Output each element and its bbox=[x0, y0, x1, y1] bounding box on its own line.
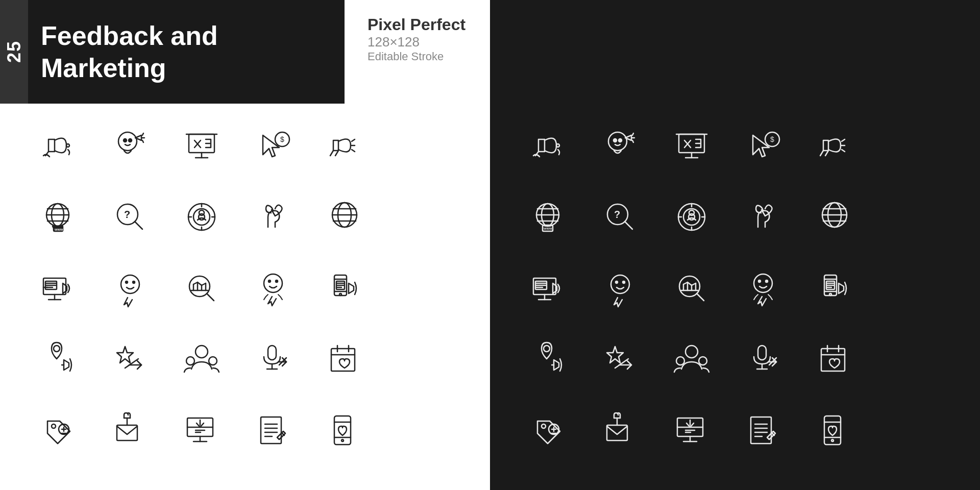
svg-point-41 bbox=[199, 210, 204, 215]
svg-rect-106 bbox=[117, 425, 137, 440]
icon-mobile-heart bbox=[311, 398, 378, 464]
icon-grid-dark: $ www bbox=[516, 112, 868, 464]
side-label-text: 25 bbox=[4, 40, 25, 63]
left-panel: 25 Feedback andMarketing Pixel Perfect 1… bbox=[0, 0, 490, 490]
dark-icon-location-megaphone bbox=[516, 327, 582, 393]
dark-icon-cursor-dollar: $ bbox=[730, 112, 796, 179]
icon-text-edit bbox=[240, 398, 306, 464]
svg-marker-0 bbox=[48, 139, 55, 152]
dark-icon-monitor-megaphone bbox=[516, 255, 582, 322]
icon-calendar-heart bbox=[311, 327, 378, 393]
pixel-size: 128×128 bbox=[368, 34, 465, 50]
svg-line-61 bbox=[207, 293, 214, 301]
svg-point-258 bbox=[831, 439, 834, 442]
svg-point-79 bbox=[54, 346, 60, 352]
dark-icon-cursor-emoji-2 bbox=[730, 255, 796, 322]
dark-icon-globe-grid bbox=[801, 184, 868, 250]
svg-line-150 bbox=[842, 139, 845, 141]
svg-rect-255 bbox=[824, 416, 841, 445]
svg-point-88 bbox=[186, 357, 194, 365]
svg-point-101 bbox=[52, 424, 56, 428]
dark-icon-person-circle-users bbox=[658, 327, 725, 393]
svg-point-69 bbox=[276, 280, 278, 282]
svg-point-164 bbox=[678, 204, 705, 230]
icon-target-person bbox=[168, 184, 235, 250]
svg-marker-18 bbox=[333, 140, 338, 151]
dark-icon-star-growth bbox=[587, 327, 653, 393]
icon-megaphone-leaves bbox=[26, 112, 92, 179]
svg-point-129 bbox=[341, 439, 344, 442]
svg-text:www: www bbox=[543, 227, 552, 230]
svg-point-58 bbox=[126, 281, 128, 283]
svg-marker-80 bbox=[64, 360, 69, 370]
icon-globe-www: www bbox=[26, 184, 92, 250]
dark-icon-megaphone-leaves bbox=[516, 112, 582, 179]
svg-point-208 bbox=[544, 346, 550, 352]
icon-monitor-megaphone bbox=[26, 255, 92, 322]
svg-point-2 bbox=[66, 144, 69, 147]
dark-icon-chart-magnify bbox=[658, 255, 725, 322]
dark-icon-mic-growth bbox=[730, 327, 796, 393]
svg-line-32 bbox=[135, 222, 142, 229]
icon-cursor-emoji-2 bbox=[240, 255, 306, 322]
svg-point-171 bbox=[689, 210, 694, 215]
svg-rect-235 bbox=[607, 425, 627, 440]
dark-icon-presentation-x bbox=[658, 112, 725, 179]
svg-line-153 bbox=[825, 151, 828, 156]
svg-rect-126 bbox=[334, 416, 351, 445]
svg-marker-130 bbox=[538, 139, 545, 152]
icon-cursor-dollar: $ bbox=[240, 112, 306, 179]
dark-icon-head-megaphone bbox=[587, 112, 653, 179]
svg-point-202 bbox=[829, 293, 831, 296]
dark-icon-text-edit bbox=[730, 398, 796, 464]
icon-monitor-download bbox=[168, 398, 235, 464]
svg-point-198 bbox=[766, 280, 768, 282]
icon-megaphone-simple bbox=[311, 112, 378, 179]
svg-rect-249 bbox=[751, 417, 771, 444]
dark-icon-megaphone-simple bbox=[801, 112, 868, 179]
svg-text:www: www bbox=[54, 228, 63, 231]
icon-location-megaphone bbox=[26, 327, 92, 393]
pixel-title: Pixel Perfect bbox=[368, 15, 465, 34]
svg-line-152 bbox=[820, 151, 823, 156]
dark-icon-globe-www: www bbox=[516, 184, 582, 250]
svg-marker-211 bbox=[607, 347, 623, 363]
dark-icon-magnify-question: ? bbox=[587, 184, 653, 250]
svg-point-217 bbox=[676, 357, 684, 365]
dark-icon-tag-chess bbox=[516, 398, 582, 464]
svg-point-133 bbox=[608, 132, 627, 151]
svg-point-57 bbox=[121, 275, 139, 293]
svg-marker-207 bbox=[839, 283, 844, 293]
svg-rect-219 bbox=[758, 346, 766, 360]
svg-point-35 bbox=[193, 209, 210, 225]
dark-icon-email-plug bbox=[587, 398, 653, 464]
svg-line-135 bbox=[632, 133, 633, 135]
svg-point-68 bbox=[268, 280, 271, 282]
svg-text:?: ? bbox=[614, 209, 620, 220]
dark-icon-cursor-emoji bbox=[587, 255, 653, 322]
svg-point-59 bbox=[133, 281, 135, 283]
icon-hand-plant bbox=[240, 184, 306, 250]
dark-icon-calendar-heart bbox=[801, 327, 868, 393]
svg-marker-82 bbox=[117, 347, 133, 363]
icon-presentation-x bbox=[168, 112, 235, 179]
dark-icon-target-person bbox=[658, 184, 725, 250]
svg-line-162 bbox=[625, 222, 632, 229]
svg-line-6 bbox=[142, 140, 143, 142]
svg-point-132 bbox=[556, 144, 559, 147]
icon-person-circle-users bbox=[168, 327, 235, 393]
svg-point-186 bbox=[611, 275, 629, 293]
icon-chart-magnify bbox=[168, 255, 235, 322]
svg-point-138 bbox=[619, 139, 622, 142]
dark-icon-hand-plant bbox=[730, 184, 796, 250]
icon-cursor-emoji bbox=[97, 255, 163, 322]
svg-point-187 bbox=[616, 281, 618, 283]
svg-line-190 bbox=[697, 293, 704, 301]
icon-tag-chess bbox=[26, 398, 92, 464]
svg-point-196 bbox=[754, 274, 772, 292]
svg-point-218 bbox=[699, 357, 707, 365]
icon-mic-growth bbox=[240, 327, 306, 393]
svg-marker-78 bbox=[349, 283, 354, 293]
svg-point-230 bbox=[542, 424, 546, 428]
dark-icon-mobile-ads bbox=[801, 255, 868, 322]
